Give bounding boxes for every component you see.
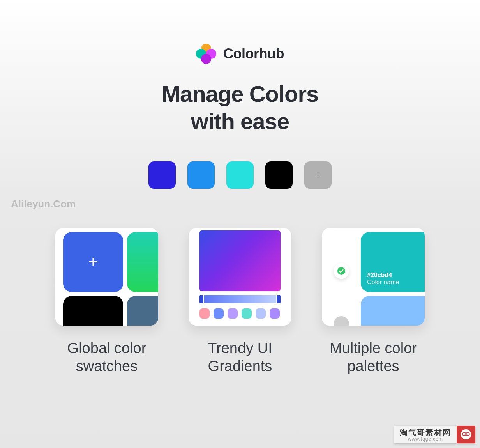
- plus-icon: [63, 232, 123, 292]
- palette-tile-selected: #20cbd4 Color name: [361, 232, 425, 292]
- feature-global-swatches[interactable]: Global color swatches: [55, 228, 158, 375]
- thumb-trendy-gradients: [189, 228, 291, 326]
- feature-title: Multiple color palettes: [330, 340, 417, 375]
- watermark-line1: 淘气哥素材网: [400, 428, 451, 437]
- feature-trendy-gradients[interactable]: Trendy UI Gradients: [189, 228, 291, 375]
- swatch-row: [148, 161, 332, 189]
- feature-title: Trendy UI Gradients: [208, 340, 272, 375]
- palette-label: Color name: [367, 279, 425, 286]
- page-title: Manage Colors with ease: [162, 80, 319, 135]
- palette-tile: [361, 296, 425, 326]
- dot-icon: [334, 316, 349, 326]
- thumb-multiple-palettes: #20cbd4 Color name: [322, 228, 425, 326]
- logo-icon: [196, 44, 216, 64]
- feature-multiple-palettes[interactable]: #20cbd4 Color name Multiple color palett…: [322, 228, 425, 375]
- swatch-tile: [127, 296, 158, 326]
- chip: [270, 308, 280, 319]
- feature-cards: Global color swatches Trendy UI Gradient…: [55, 228, 425, 375]
- slider-handle-left-icon: [199, 294, 204, 304]
- check-icon: [334, 263, 349, 279]
- preset-chips: [199, 308, 281, 319]
- chip: [199, 308, 210, 319]
- mascot-icon: [457, 426, 475, 443]
- svg-point-5: [467, 434, 468, 435]
- swatch-2[interactable]: [187, 161, 215, 189]
- chip: [214, 308, 224, 319]
- swatch-tile: [127, 232, 158, 292]
- swatch-1[interactable]: [148, 161, 176, 189]
- svg-point-4: [464, 434, 465, 435]
- watermark-badge: 淘气哥素材网 www.tqge.com: [394, 426, 475, 443]
- watermark-text: 淘气哥素材网 www.tqge.com: [394, 426, 457, 443]
- chip: [242, 308, 252, 319]
- palette-hex: #20cbd4: [367, 272, 425, 279]
- swatch-tile: [63, 296, 123, 326]
- brand: Colorhub: [196, 44, 284, 64]
- swatch-4[interactable]: [265, 161, 293, 189]
- watermark-left: Alileyun.Com: [11, 198, 76, 210]
- chip: [256, 308, 266, 319]
- slider-handle-right-icon: [276, 294, 281, 304]
- swatch-add-button[interactable]: [304, 161, 332, 189]
- feature-title: Global color swatches: [67, 340, 146, 375]
- gradient-slider: [199, 295, 281, 303]
- swatch-3[interactable]: [226, 161, 254, 189]
- chip: [228, 308, 238, 319]
- watermark-line2: www.tqge.com: [400, 437, 451, 442]
- gradient-preview: [199, 230, 281, 291]
- brand-name: Colorhub: [223, 46, 284, 62]
- thumb-global-swatches: [55, 228, 158, 326]
